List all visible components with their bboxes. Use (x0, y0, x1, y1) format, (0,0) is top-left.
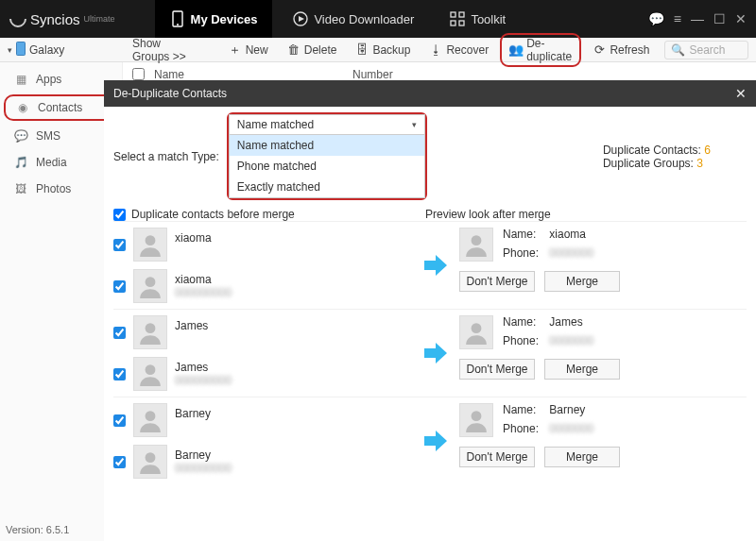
dont-merge-button[interactable]: Don't Merge (459, 271, 535, 292)
search-input[interactable]: 🔍 Search (664, 41, 748, 59)
match-type-select[interactable]: Name matched ▾ (229, 114, 425, 135)
avatar-icon (459, 228, 493, 262)
match-type-label: Select a match Type: (113, 150, 219, 163)
svg-point-17 (472, 411, 482, 421)
match-option-name[interactable]: Name matched (230, 135, 424, 156)
chat-icon[interactable]: 💬 (648, 11, 664, 26)
merged-name-label: Name: (503, 403, 546, 416)
dup-contacts-label: Duplicate Contacts: (603, 144, 701, 157)
dont-merge-button[interactable]: Don't Merge (459, 447, 535, 467)
dialog-close-button[interactable]: ✕ (735, 86, 747, 101)
version-label: Version: 6.5.1 (6, 524, 69, 535)
recover-button[interactable]: ⭳Recover (421, 41, 496, 59)
merged-phone-blurred: 0000000 (549, 422, 593, 435)
toolkit-icon (450, 11, 465, 26)
svg-point-10 (146, 277, 156, 287)
contact-name: Barney (175, 448, 232, 462)
contact-name: Barney (175, 407, 211, 420)
window-minimize[interactable]: — (691, 11, 704, 26)
svg-point-13 (146, 364, 156, 375)
dup-contacts-count: 6 (704, 144, 711, 157)
merged-phone-label: Phone: (503, 422, 546, 435)
merged-phone-label: Phone: (503, 246, 546, 260)
avatar-icon (133, 315, 167, 349)
merge-button[interactable]: Merge (544, 271, 620, 292)
svg-marker-3 (299, 16, 304, 22)
backup-button[interactable]: 🗄Backup (348, 41, 418, 59)
contact-checkbox[interactable] (113, 239, 126, 251)
svg-point-15 (146, 411, 156, 421)
svg-point-9 (146, 235, 156, 245)
select-all-duplicates-checkbox[interactable] (113, 209, 126, 221)
match-option-phone[interactable]: Phone matched (230, 156, 424, 177)
svg-rect-8 (17, 42, 26, 55)
chevron-down-icon: ▾ (412, 120, 417, 129)
new-button[interactable]: ＋New (221, 41, 276, 59)
arrow-right-icon (416, 251, 454, 279)
arrow-right-icon (416, 427, 454, 455)
contact-name: James (175, 319, 208, 332)
sidebar-item-contacts[interactable]: ◉Contacts (4, 94, 118, 121)
merged-name: James (549, 315, 582, 329)
merged-phone-blurred: 0000000 (549, 334, 593, 347)
contact-checkbox[interactable] (113, 280, 126, 293)
dup-groups-label: Duplicate Groups: (603, 157, 694, 170)
trash-icon: 🗑 (287, 43, 301, 57)
merged-name-label: Name: (503, 228, 546, 241)
svg-rect-7 (459, 21, 464, 25)
dup-groups-count: 3 (696, 157, 703, 170)
arrow-right-icon (416, 339, 454, 367)
merged-phone-label: Phone: (503, 334, 546, 347)
contact-checkbox[interactable] (113, 327, 126, 339)
contact-checkbox[interactable] (113, 414, 126, 427)
refresh-button[interactable]: ⟳Refresh (585, 41, 657, 59)
plus-icon: ＋ (229, 43, 242, 57)
app-logo: Syncios Ultimate (9, 10, 115, 27)
delete-button[interactable]: 🗑Delete (280, 41, 345, 59)
window-maximize[interactable]: ☐ (713, 11, 726, 26)
merge-button[interactable]: Merge (544, 359, 620, 380)
dont-merge-button[interactable]: Don't Merge (459, 359, 535, 380)
refresh-icon: ⟳ (593, 43, 606, 57)
merged-name: xiaoma (549, 228, 586, 241)
svg-point-12 (146, 323, 156, 333)
tab-video-downloader[interactable]: Video Downloader (278, 0, 429, 38)
menu-icon[interactable]: ≡ (674, 11, 681, 26)
device-selector[interactable]: ▾ Galaxy (8, 42, 121, 59)
svg-point-1 (177, 24, 179, 25)
contact-checkbox[interactable] (113, 368, 126, 380)
device-icon (170, 11, 185, 26)
match-option-exact[interactable]: Exactly matched (230, 177, 424, 197)
column-number: Number (352, 68, 393, 81)
show-groups-button[interactable]: Show Groups >> (125, 34, 206, 66)
contact-phone-blurred: 000000000 (175, 286, 232, 299)
merge-button[interactable]: Merge (544, 447, 620, 467)
svg-point-14 (472, 323, 482, 333)
select-all-checkbox[interactable] (132, 68, 145, 80)
photos-icon: 🖼 (13, 181, 28, 196)
chevron-down-icon: ▾ (8, 45, 12, 55)
svg-rect-5 (459, 12, 464, 17)
contact-checkbox[interactable] (113, 456, 126, 468)
window-close[interactable]: ✕ (735, 11, 747, 26)
backup-icon: 🗄 (355, 43, 369, 57)
svg-rect-4 (451, 12, 455, 17)
apps-icon: ▦ (13, 72, 28, 87)
search-icon: 🔍 (671, 43, 685, 57)
contacts-icon: ◉ (15, 100, 30, 115)
phone-icon (16, 42, 26, 59)
tab-toolkit-label: Toolkit (471, 12, 506, 26)
contact-phone-blurred: 000000000 (175, 374, 232, 387)
svg-point-16 (146, 452, 156, 463)
tab-my-devices[interactable]: My Devices (155, 0, 273, 38)
svg-point-11 (472, 235, 482, 245)
device-name: Galaxy (29, 43, 64, 57)
avatar-icon (133, 445, 167, 479)
contact-phone-blurred: 000000000 (175, 462, 232, 475)
merged-name-label: Name: (503, 315, 546, 329)
before-merge-label: Duplicate contacts before merge (131, 208, 295, 221)
contact-name: James (175, 361, 232, 374)
avatar-icon (133, 228, 167, 262)
column-name: Name (154, 68, 343, 81)
logo-icon (6, 7, 29, 30)
